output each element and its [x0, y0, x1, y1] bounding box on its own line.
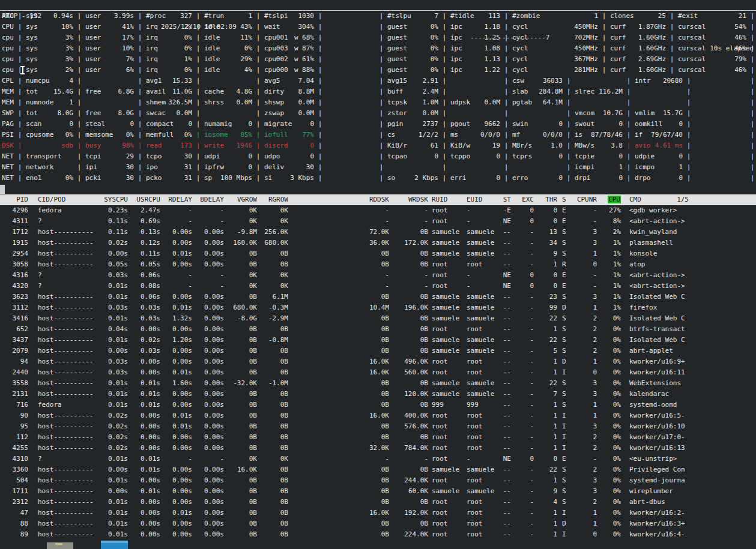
col-header-rgrow: RGROW: [257, 194, 288, 205]
table-row: 1915host----------0.02s0.12s0.00s0.00s16…: [0, 238, 756, 248]
taskbar-icon-gray[interactable]: [47, 542, 73, 549]
panel-row-pag: PAG|scan0|steal0|compact0|numamig0|migra…: [0, 119, 756, 130]
blank-line: [0, 184, 756, 194]
panel-row-cpl: CPL|numcpu4||avg115.33||avg57.04||avg152…: [0, 76, 756, 86]
table-row: 4311?0.11s0.69s--0K0K--root-NE00E-8%<abr…: [0, 216, 756, 227]
table-row: 4255host----------0.02s0.00s0.00s0.00s0B…: [0, 443, 756, 454]
table-row: 3558host----------0.01s0.01s1.60s0.00s-3…: [0, 378, 756, 389]
col-header-cid-pod: CID/POD: [28, 194, 101, 205]
col-header-rddsk: RDDSK: [288, 194, 389, 205]
col-header-wrdsk: WRDSK: [389, 194, 428, 205]
col-header-cpunr: CPUNR: [570, 194, 597, 205]
table-row: 652host----------0.04s0.00s0.00s0.00s0B0…: [0, 324, 756, 335]
panel-row-psi: PSI|cpusome0%|memsome0%|memfull0%|iosome…: [0, 130, 756, 140]
col-header-vgrow: VGROW: [224, 194, 257, 205]
table-row: 2312host----------0.01s0.00s0.00s0.00s0B…: [0, 497, 756, 508]
panel-row-cpu: cpu|sys3%|user10%|irq0%|idle0%|cpu003w 8…: [0, 43, 756, 54]
table-row: 3623host----------0.01s0.06s0.00s0.00s0B…: [0, 292, 756, 302]
table-row: 2079host----------0.00s0.03s0.00s0.00s0B…: [0, 346, 756, 356]
taskbar-icon-blue[interactable]: [101, 541, 128, 549]
table-row: 2440host----------0.03s0.00s0.01s0.00s0B…: [0, 367, 756, 378]
col-header-bdelay: BDELAY: [192, 194, 224, 205]
panel-row-cpu: CPU|sys10%|user41%|irq2%|idle43%|wait304…: [0, 22, 756, 32]
panel-row-cpu: cpu|sys3%|user7%|irq1%|idle29%|cpu002w 6…: [0, 54, 756, 65]
table-row: 90host----------0.02s0.00s0.01s0.00s0B0B…: [0, 410, 756, 421]
panel-row-prc: PRC|sys0.94s|user3.99s|#proc327|#trun1|#…: [0, 11, 756, 22]
page-indicator: 1/5: [677, 194, 689, 205]
col-header-pid: PID: [0, 194, 28, 205]
atop-title-row: ATOP - 192 2025/12/10 10:02:09 ---------…: [0, 0, 756, 11]
separator-dashes: -------------------7: [470, 32, 549, 43]
col-header-euid: EUID: [467, 194, 494, 205]
table-row: 3437host----------0.01s0.02s1.20s0.00s0B…: [0, 335, 756, 346]
process-table: 4296fedora0.23s2.47s--0K0K--root--E00E-2…: [0, 205, 756, 540]
table-row: 47host----------0.01s0.00s0.01s0.00s0B0B…: [0, 508, 756, 518]
table-row: 2954host----------0.00s0.11s0.01s0.00s0B…: [0, 248, 756, 259]
table-row: 4310?0.01s0.01s--0K0K--root-NE00E-0%<eu-…: [0, 454, 756, 464]
panel-row-net: NET|network|ipi30|ipo31|ipfrw0|deliv30||…: [0, 162, 756, 173]
col-header-ruid: RUID: [428, 194, 467, 205]
timestamp: 2025/12/10 10:02:09: [161, 22, 237, 32]
table-row: 88host----------0.01s0.00s0.00s0.00s0B0B…: [0, 518, 756, 529]
table-row: 1712host----------0.11s0.13s0.00s0.00s-9…: [0, 227, 756, 238]
panel-row-mem: MEM|tot15.4G|free6.8G|avail11.0G|cache4.…: [0, 86, 756, 97]
panel-row-swp: SWP|tot8.0G|free8.0G|swcac0.0M||zswap0.0…: [0, 108, 756, 119]
panel-row-dsk: DSK|sdb|busy98%|read173|write1946|discrd…: [0, 140, 756, 151]
table-row: 2131host----------0.01s0.01s0.00s0.00s0B…: [0, 389, 756, 400]
table-row: 3058host----------0.05s0.05s0.00s0.00s0B…: [0, 259, 756, 270]
table-row: 3416host----------0.01s0.03s1.32s0.00s-8…: [0, 313, 756, 324]
table-row: 94host----------0.03s0.00s0.00s0.00s0B0B…: [0, 356, 756, 367]
table-row: 89host----------0.01s0.00s0.00s0.00s0B0B…: [0, 529, 756, 540]
panel-row-net: NET|eno10%|pcki30|pcko31|sp100 Mbps|si3 …: [0, 173, 756, 184]
col-header-thr: THR: [534, 194, 557, 205]
table-row: 4320?0.01s0.08s--0K0K--root-NE00E-1%<abr…: [0, 281, 756, 292]
col-header-s: S: [557, 194, 570, 205]
table-row: 4316?0.03s0.06s--0K0K--root-NE00E-1%<abr…: [0, 270, 756, 281]
elapsed-interval: 10s elapsed: [710, 43, 754, 54]
table-row: 3360host----------0.00s0.01s0.00s0.00s16…: [0, 464, 756, 475]
col-header-syscpu: SYSCPU: [101, 194, 128, 205]
col-header-usrcpu: USRCPU: [128, 194, 160, 205]
mouse-ibeam-cursor: [20, 66, 25, 74]
col-header-cmd: CMD1/5: [621, 194, 756, 205]
app-title: ATOP - 192: [2, 11, 41, 22]
table-row: 1711host----------0.00s0.01s0.00s0.00s0B…: [0, 486, 756, 497]
col-header-exc: EXC: [511, 194, 534, 205]
panel-row-cpu: cpu|sys2%|user6%|irq0%|idle4%|cpu000w 88…: [0, 65, 756, 76]
col-header-st: ST: [494, 194, 511, 205]
table-row: 4296fedora0.23s2.47s--0K0K--root--E00E-2…: [0, 205, 756, 216]
system-stats-panel: PRC|sys0.94s|user3.99s|#proc327|#trun1|#…: [0, 11, 756, 184]
table-row: 716fedora0.01s0.01s0.00s0.00s0B0B0B0B999…: [0, 400, 756, 410]
table-row: 3112host----------0.03s0.03s0.01s0.00s68…: [0, 302, 756, 313]
panel-row-mem: MEM|numnode1||shmem326.5M|shrss0.0M|shsw…: [0, 97, 756, 108]
panel-row-cpu: cpu|sys3%|user17%|irq0%|idle11%|cpu001w …: [0, 32, 756, 43]
col-header-rdelay: RDELAY: [160, 194, 192, 205]
table-row: 95host----------0.02s0.00s0.01s0.00s0B0B…: [0, 421, 756, 432]
table-row: 504host----------0.01s0.00s0.00s0.00s0B0…: [0, 475, 756, 486]
process-table-header: PIDCID/PODSYSCPUUSRCPURDELAYBDELAYVGROWR…: [0, 194, 756, 205]
atop-terminal[interactable]: ATOP - 192 2025/12/10 10:02:09 ---------…: [0, 0, 756, 549]
col-header-cpu: CPU: [597, 194, 621, 205]
terminal-cursor: [0, 185, 5, 194]
panel-row-net: NET|transport|tcpi29|tcpo30|udpi0|udpo0|…: [0, 151, 756, 162]
table-row: 112host----------0.02s0.00s0.00s0.00s0B0…: [0, 432, 756, 443]
